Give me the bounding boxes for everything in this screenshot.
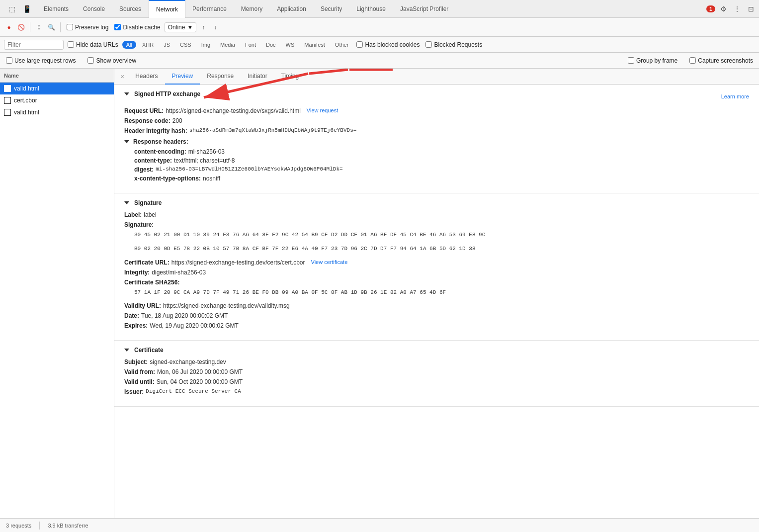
valid-until-value: Sun, 04 Oct 2020 00:00:00 GMT: [157, 378, 243, 385]
view-request-link[interactable]: View request: [307, 107, 338, 113]
list-item[interactable]: cert.cbor: [0, 94, 114, 106]
disable-cache-checkbox[interactable]: [114, 24, 121, 30]
tab-network[interactable]: Network: [149, 0, 185, 18]
tab-headers[interactable]: Headers: [128, 69, 165, 85]
throttle-selector[interactable]: Online ▼: [165, 22, 197, 32]
tab-lighthouse[interactable]: Lighthouse: [349, 0, 393, 18]
filter-media-button[interactable]: Media: [216, 41, 239, 49]
signature-title-text: Signature: [134, 199, 162, 206]
request-url-row: Request URL: https://signed-exchange-tes…: [124, 107, 749, 114]
import-button[interactable]: ↑: [198, 22, 208, 32]
preserve-log-checkbox[interactable]: [67, 24, 73, 30]
disable-cache-label[interactable]: Disable cache: [112, 24, 162, 31]
status-bar: 3 requests 3.9 kB transferre: [0, 518, 759, 532]
preserve-log-label[interactable]: Preserve log: [65, 24, 110, 31]
tab-elements[interactable]: Elements: [37, 0, 76, 18]
capture-screenshots-label[interactable]: Capture screenshots: [687, 57, 755, 64]
integrity-value: digest/mi-sha256-03: [152, 269, 206, 276]
tab-performance[interactable]: Performance: [185, 0, 234, 18]
filter-toggle-button[interactable]: ⧮: [34, 22, 44, 32]
view-certificate-link[interactable]: View certificate: [311, 259, 348, 265]
tab-timing[interactable]: Timing: [274, 69, 306, 85]
sig-label-value: label: [144, 211, 156, 218]
export-button[interactable]: ↓: [210, 22, 220, 32]
show-overview-label[interactable]: Show overview: [85, 57, 138, 64]
tab-memory[interactable]: Memory: [234, 0, 270, 18]
header-integrity-row: Header integrity hash: sha256-aSdRm3m7qX…: [124, 127, 749, 134]
filter-input[interactable]: [4, 40, 64, 50]
group-by-frame-checkbox[interactable]: [628, 57, 634, 64]
filter-css-button[interactable]: CSS: [176, 41, 195, 49]
group-by-frame-label[interactable]: Group by frame: [626, 57, 679, 64]
integrity-label: Integrity:: [124, 269, 150, 276]
has-blocked-cookies-checkbox[interactable]: [356, 41, 363, 48]
list-item[interactable]: valid.html: [0, 83, 114, 94]
filter-font-button[interactable]: Font: [241, 41, 260, 49]
large-rows-checkbox[interactable]: [6, 57, 12, 64]
sig-label-row: Label: label: [124, 211, 749, 218]
more-icon[interactable]: ⋮: [731, 3, 743, 15]
record-button[interactable]: ●: [4, 22, 14, 32]
tab-security[interactable]: Security: [314, 0, 349, 18]
filter-img-button[interactable]: Img: [197, 41, 214, 49]
tab-console[interactable]: Console: [76, 0, 112, 18]
search-button[interactable]: 🔍: [46, 22, 56, 32]
filter-all-button[interactable]: All: [122, 41, 136, 49]
filter-doc-button[interactable]: Doc: [262, 41, 280, 49]
validity-url-value: https://signed-exchange-testing.dev/vali…: [163, 302, 290, 309]
blocked-requests-label[interactable]: Blocked Requests: [423, 41, 484, 48]
request-url-value: https://signed-exchange-testing.dev/sxgs…: [166, 107, 300, 114]
content-encoding-label: content-encoding:: [134, 148, 186, 155]
filter-xhr-button[interactable]: XHR: [138, 41, 158, 49]
response-headers-subsection: Response headers: content-encoding: mi-s…: [124, 138, 749, 182]
filter-manifest-button[interactable]: Manifest: [300, 41, 329, 49]
certificate-title-text: Certificate: [134, 347, 164, 354]
cert-sha256-row: Certificate SHA256: 57 1A 1F 20 9C CA A9…: [124, 279, 749, 300]
section-title-text: Signed HTTP exchange: [134, 90, 200, 97]
inspect-icon[interactable]: ⬚: [6, 3, 18, 15]
tab-sources[interactable]: Sources: [112, 0, 149, 18]
hide-data-urls-checkbox[interactable]: [68, 41, 74, 48]
transfer-size: 3.9 kB transferre: [48, 523, 88, 529]
settings-icon[interactable]: ⚙: [717, 3, 729, 15]
content-type-value: text/html; charset=utf-8: [174, 157, 235, 164]
device-toggle-icon[interactable]: 📱: [21, 3, 33, 15]
subject-label: Subject:: [124, 358, 148, 365]
close-detail-button[interactable]: ×: [116, 73, 128, 81]
expires-label: Expires:: [124, 322, 148, 329]
tab-js-profiler[interactable]: JavaScript Profiler: [393, 0, 456, 18]
detail-tabs: × Headers Preview Response Initiator Tim…: [114, 69, 759, 85]
learn-more-link[interactable]: Learn more: [721, 93, 749, 99]
capture-screenshots-checkbox[interactable]: [689, 57, 696, 64]
content-type-row: content-type: text/html; charset=utf-8: [124, 157, 749, 164]
issuer-label: Issuer:: [124, 388, 144, 395]
filter-js-button[interactable]: JS: [160, 41, 174, 49]
large-rows-label[interactable]: Use large request rows: [4, 57, 78, 64]
file-icon: [4, 85, 11, 92]
show-overview-checkbox[interactable]: [87, 57, 94, 64]
tab-application[interactable]: Application: [270, 0, 314, 18]
cert-url-label: Certificate URL:: [124, 259, 169, 266]
clear-button[interactable]: 🚫: [16, 22, 26, 32]
signature-section: Signature Label: label Signature: 30 45 …: [114, 193, 759, 341]
hide-data-urls-label[interactable]: Hide data URLs: [66, 41, 120, 48]
tab-initiator[interactable]: Initiator: [241, 69, 274, 85]
file-icon: [4, 97, 11, 104]
cert-sha256-value: 57 1A 1F 20 9C CA A9 7D 7F 49 71 26 BE F…: [124, 288, 446, 298]
expires-value: Wed, 19 Aug 2020 00:00:02 GMT: [150, 322, 239, 329]
filter-other-button[interactable]: Other: [331, 41, 353, 49]
filter-ws-button[interactable]: WS: [282, 41, 299, 49]
tab-response[interactable]: Response: [200, 69, 241, 85]
collapse-response-headers-icon: [124, 140, 129, 143]
list-item[interactable]: valid.html: [0, 106, 114, 118]
response-code-label: Response code:: [124, 117, 170, 124]
valid-from-value: Mon, 06 Jul 2020 00:00:00 GMT: [157, 368, 243, 375]
header-integrity-value: sha256-aSdRm3m7qXtaWb3xjRn5mHDUqEbWAj9t9…: [189, 127, 357, 133]
valid-until-label: Valid until:: [124, 378, 155, 385]
valid-from-row: Valid from: Mon, 06 Jul 2020 00:00:00 GM…: [124, 368, 749, 375]
undock-icon[interactable]: ⊡: [745, 3, 757, 15]
x-content-type-options-row: x-content-type-options: nosniff: [124, 175, 749, 182]
has-blocked-cookies-label[interactable]: Has blocked cookies: [354, 41, 422, 48]
blocked-requests-checkbox[interactable]: [425, 41, 432, 48]
tab-preview[interactable]: Preview: [165, 69, 200, 85]
